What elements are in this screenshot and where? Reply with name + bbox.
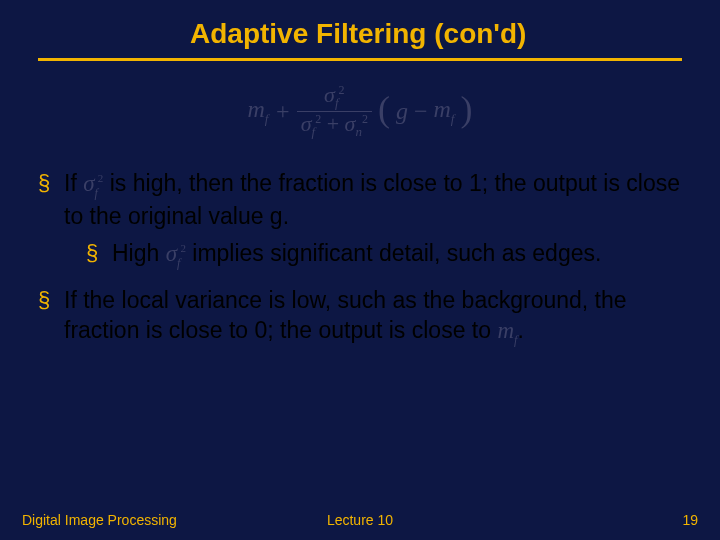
sub-bullet-text-post: implies significant detail, such as edge…: [186, 240, 602, 266]
bullet-text-pre: If: [64, 170, 83, 196]
sub-bullet-item: High σf2 implies significant detail, suc…: [86, 238, 686, 271]
formula-mf2: mf: [434, 96, 455, 126]
formula-plus: +: [274, 98, 290, 124]
formula-minus: −: [414, 98, 428, 124]
main-formula: mf + σf2 σf2 + σn2 ( g − mf ): [0, 83, 720, 140]
m-f: mf: [497, 318, 517, 343]
title-area: Adaptive Filtering (con'd): [0, 0, 720, 61]
bullet-list: If σf2 is high, then the fraction is clo…: [38, 168, 686, 349]
sigma-f-squared: σf2: [166, 241, 186, 266]
formula-rparen: ): [460, 90, 472, 130]
content-area: If σf2 is high, then the fraction is clo…: [0, 168, 720, 349]
sigma-f-squared: σf2: [83, 171, 103, 196]
fraction-denominator: σf2 + σn2: [297, 112, 372, 140]
formula-mf: mf: [248, 96, 269, 126]
bullet-text-post: is high, then the fraction is close to 1…: [64, 170, 680, 229]
sub-bullet-text-pre: High: [112, 240, 166, 266]
title-underline: [38, 58, 682, 61]
formula-g: g: [396, 98, 408, 124]
formula-lparen: (: [378, 90, 390, 130]
bullet-text-post: .: [517, 317, 523, 343]
bullet-text-pre: If the local variance is low, such as th…: [64, 287, 627, 343]
fraction-numerator: σf2: [320, 83, 348, 111]
footer: Digital Image Processing Lecture 10 19: [0, 512, 720, 528]
footer-page-number: 19: [682, 512, 698, 528]
slide-title: Adaptive Filtering (con'd): [190, 18, 680, 58]
bullet-item: If the local variance is low, such as th…: [38, 285, 686, 349]
formula-fraction: σf2 σf2 + σn2: [297, 83, 372, 140]
sub-bullet-list: High σf2 implies significant detail, suc…: [64, 238, 686, 271]
footer-left: Digital Image Processing: [22, 512, 177, 528]
slide: Adaptive Filtering (con'd) mf + σf2 σf2 …: [0, 0, 720, 540]
bullet-item: If σf2 is high, then the fraction is clo…: [38, 168, 686, 271]
